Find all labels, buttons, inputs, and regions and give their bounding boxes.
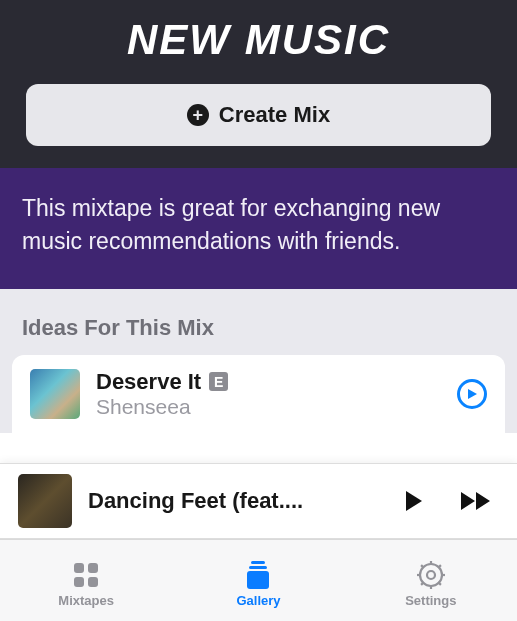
svg-rect-3 [88, 577, 98, 587]
svg-line-16 [438, 565, 441, 568]
svg-line-13 [421, 565, 424, 568]
play-preview-button[interactable] [457, 379, 487, 409]
tab-bar: Mixtapes Gallery [0, 539, 517, 621]
explicit-badge: E [209, 372, 228, 391]
create-mix-label: Create Mix [219, 102, 330, 128]
svg-rect-1 [88, 563, 98, 573]
svg-line-14 [438, 582, 441, 585]
tab-mixtapes[interactable]: Mixtapes [0, 559, 172, 608]
tab-label: Mixtapes [58, 593, 114, 608]
forward-icon [460, 491, 492, 511]
tab-label: Settings [405, 593, 456, 608]
album-art-icon [30, 369, 80, 419]
grid-icon [71, 559, 101, 591]
gallery-icon [243, 559, 273, 591]
play-icon [404, 490, 424, 512]
play-icon [467, 388, 478, 400]
play-button[interactable] [391, 478, 437, 524]
ideas-heading: Ideas For This Mix [0, 315, 517, 355]
svg-rect-4 [251, 561, 265, 564]
tab-settings[interactable]: Settings [345, 559, 517, 608]
now-playing-bar[interactable]: Dancing Feet (feat.... [0, 463, 517, 539]
forward-button[interactable] [453, 478, 499, 524]
header: NEW MUSIC + Create Mix [0, 0, 517, 168]
track-title: Deserve It [96, 369, 201, 395]
gear-icon [416, 559, 446, 591]
tab-gallery[interactable]: Gallery [172, 559, 344, 608]
now-playing-title: Dancing Feet (feat.... [88, 488, 375, 514]
plus-circle-icon: + [187, 104, 209, 126]
svg-rect-0 [74, 563, 84, 573]
page-title: NEW MUSIC [26, 16, 491, 64]
svg-rect-6 [247, 571, 269, 589]
create-mix-button[interactable]: + Create Mix [26, 84, 491, 146]
mixtape-description: This mixtape is great for exchanging new… [0, 168, 517, 289]
track-info: Deserve It E Shenseea [96, 369, 441, 419]
svg-line-15 [421, 582, 424, 585]
ideas-section: Ideas For This Mix Deserve It E Shenseea [0, 289, 517, 433]
tab-label: Gallery [236, 593, 280, 608]
svg-rect-2 [74, 577, 84, 587]
track-artist: Shenseea [96, 395, 441, 419]
svg-point-8 [427, 571, 435, 579]
now-playing-album-art-icon [18, 474, 72, 528]
svg-rect-5 [249, 566, 267, 569]
idea-track-row[interactable]: Deserve It E Shenseea [12, 355, 505, 433]
